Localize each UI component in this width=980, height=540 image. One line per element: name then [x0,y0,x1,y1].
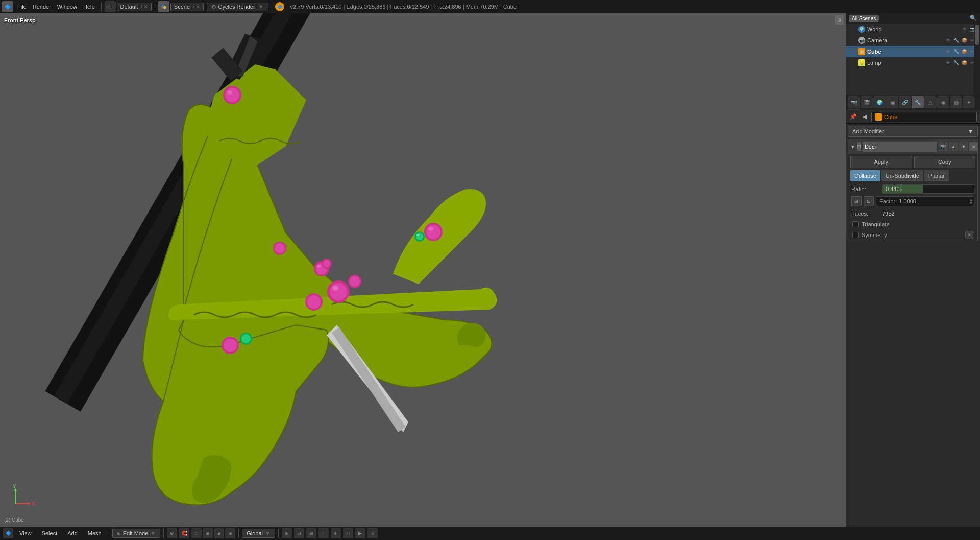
camera-vis-icon[interactable]: 👁 [944,37,951,44]
render-engine-selector[interactable]: ⚙ Cycles Render ▼ [207,3,268,11]
layer-icon-8[interactable]: ⧖ [368,528,378,538]
search-icon[interactable]: 🔍 [970,15,977,22]
bottom-menu-mesh[interactable]: Mesh [84,529,106,537]
prop-tab-world[interactable]: 🌍 [873,96,886,108]
prop-tab-material[interactable]: ◉ [937,96,949,108]
svg-point-13 [330,283,347,300]
visibility-icon[interactable]: 👁 [961,26,968,33]
prop-tab-render[interactable]: 📷 [848,96,860,108]
snap-icon[interactable]: 🧲 [179,528,189,538]
viewport-corner-expand[interactable]: ⊕ [835,15,844,25]
viewport-shading-1[interactable]: □ [191,528,202,538]
bottom-menu-view[interactable]: View [15,529,36,537]
screen-layout-icon[interactable]: ⊞ [105,1,116,12]
ratio-value: 0.4405 [886,186,903,192]
apply-label: Apply [874,159,888,165]
lamp-extra-icon[interactable]: 📦 [961,59,968,66]
copy-button[interactable]: Copy [914,156,976,168]
mod-name-input[interactable] [863,142,937,152]
viewport[interactable]: Front Persp ⊕ X Y (2) Cube [0,13,846,527]
prop-tab-object[interactable]: ▣ [886,96,898,108]
symmetry-close[interactable]: ✕ [965,231,973,239]
prop-tab-scene[interactable]: 🎬 [861,96,873,108]
outliner-item-lamp[interactable]: 💡 Lamp 👁 🔧 📦 ✏ [846,57,980,68]
faces-value: 7952 [882,210,894,217]
cube-vis-icon[interactable]: 👁 [944,48,951,55]
factor-field[interactable]: Factor: 1.0000 ▲ ▼ [876,196,974,206]
factor-arrows: ▲ ▼ [969,198,973,205]
layer-icon-7[interactable]: ▶ [355,528,365,538]
svg-point-6 [227,90,232,95]
nav-left-icon[interactable]: ◀ [860,112,869,122]
prop-tab-particles[interactable]: ✦ [963,96,975,108]
viewport-shading-3[interactable]: ■ [214,528,224,538]
symmetry-checkbox[interactable] [852,232,859,238]
separator-1 [101,2,102,11]
svg-text:X: X [32,501,35,507]
blender-logo[interactable]: 🔷 [2,1,13,12]
viewport-shading-2[interactable]: ▣ [203,528,213,538]
outliner-item-cube[interactable]: ▣ Cube 👁 🔧 📦 ✏ [846,46,980,57]
bottom-sep-2 [163,529,164,538]
outliner-tab-all-scenes[interactable]: All Scenes [849,15,879,22]
triangulate-checkbox[interactable] [852,221,859,227]
pin-icon[interactable]: 📌 [849,112,858,122]
add-modifier-button[interactable]: Add Modifier ▼ [848,126,978,137]
mod-collapse-arrow[interactable]: ▼ [850,144,855,150]
bottom-sep-4 [278,529,279,538]
layer-icon-6[interactable]: ◎ [343,528,353,538]
prop-tab-modifiers[interactable]: 🔧 [912,96,924,108]
ratio-row: Ratio: 0.4405 [848,183,977,195]
layer-icon-3[interactable]: ⊠ [306,528,316,538]
bottom-menu-select[interactable]: Select [38,529,62,537]
mode-label: Edit Mode [123,530,149,536]
menu-render[interactable]: Render [30,3,54,11]
prop-tab-texture[interactable]: ▦ [950,96,962,108]
mod-down-icon[interactable]: ▼ [959,142,968,151]
mod-camera-icon[interactable]: 📷 [939,142,948,151]
cube-extra-icon[interactable]: 📦 [961,48,968,55]
layer-icon-4[interactable]: + [318,528,329,538]
outliner-item-world[interactable]: 🌍 World 👁 📷 [846,24,980,35]
scene-selector[interactable]: Scene + ✕ [170,3,204,11]
mode-selector[interactable]: ⊞ Edit Mode ▼ [112,529,160,538]
prop-tab-constraints[interactable]: 🔗 [899,96,911,108]
menu-help[interactable]: Help [80,3,98,11]
viewport-shading-4[interactable]: ◉ [225,528,235,538]
layer-icon-1[interactable]: ⊞ [282,528,292,538]
layer-icon-5[interactable]: ◈ [331,528,341,538]
lamp-render-icon[interactable]: 🔧 [952,59,960,66]
symmetry-row: Symmetry ✕ [848,229,977,241]
prop-tab-data[interactable]: △ [924,96,937,108]
menu-file[interactable]: File [14,3,30,11]
outliner-camera-label: Camera [867,37,942,43]
outliner-scrollbar[interactable] [974,24,980,95]
camera-icon: 📷 [858,37,865,44]
camera-render-icon[interactable]: 🔧 [952,37,960,44]
menu-window[interactable]: Window [54,3,80,11]
faces-row: Faces: 7952 [848,208,977,219]
mod-tab-unsubdivide[interactable]: Un-Subdivide [881,170,923,181]
edge-icon[interactable]: ⊡ [864,196,874,206]
camera-extra-icon[interactable]: 📦 [961,37,968,44]
mod-close-button[interactable]: ✕ [969,142,978,151]
workspace-selector[interactable]: Default + ✕ [117,3,152,11]
bottom-sep-1 [109,529,109,538]
mod-tab-collapse[interactable]: Collapse [850,170,880,181]
global-selector[interactable]: Global ▼ [242,529,275,538]
cube-render-icon[interactable]: 🔧 [952,48,960,55]
scene-icon: 🎭 [158,1,169,12]
viewport-label: Front Persp [4,17,36,24]
apply-button[interactable]: Apply [850,156,912,168]
copy-label: Copy [938,159,951,165]
layer-icon-2[interactable]: ⊡ [294,528,304,538]
bottom-menu-add[interactable]: Add [63,529,82,537]
vertex-icon[interactable]: ⊞ [851,196,862,206]
bottom-blender-icon[interactable]: 🔷 [3,528,13,538]
mod-up-icon[interactable]: ▲ [949,142,958,151]
lamp-vis-icon[interactable]: 👁 [944,59,951,66]
outliner-item-camera[interactable]: 📷 Camera 👁 🔧 📦 ✏ [846,35,980,46]
ratio-field[interactable]: 0.4405 [882,184,974,194]
mod-tab-planar[interactable]: Planar [924,170,949,181]
pivot-icon[interactable]: ⊕ [167,528,177,538]
